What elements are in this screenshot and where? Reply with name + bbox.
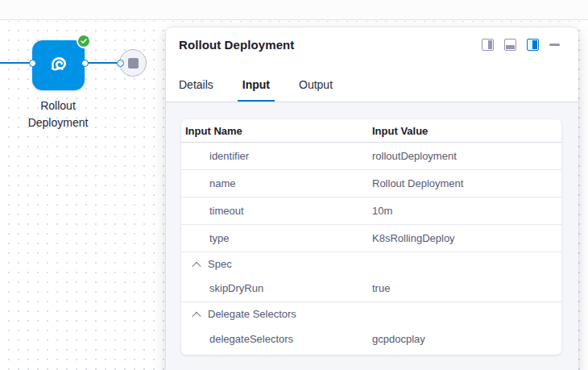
input-table-card: Input Name Input Value identifier rollou… [181,119,561,355]
section-label: Spec [208,258,232,270]
input-name-cell: delegateSelectors [209,333,372,345]
table-rows: identifier rolloutDeployment name Rollou… [181,143,561,352]
tab-input[interactable]: Input [238,78,275,102]
table-row: timeout 10m [181,197,561,225]
minimize-icon[interactable] [549,44,560,46]
table-header-row: Input Name Input Value [181,119,561,143]
input-name-cell: skipDryRun [209,282,372,294]
table-row: type K8sRollingDeploy [181,225,561,252]
input-name-cell: name [209,177,372,189]
node-port-right[interactable] [81,60,89,67]
step-details-panel: Rollout Deployment Details Input Output … [166,27,578,370]
dock-right-active-icon[interactable] [527,39,539,51]
dock-bottom-icon[interactable] [504,39,516,51]
input-name-cell: timeout [209,205,372,217]
step-node-rollout-deployment[interactable] [32,40,85,90]
panel-title: Rollout Deployment [179,38,294,52]
table-row: name Rollout Deployment [181,170,561,197]
panel-tabs: Details Input Output [174,76,337,102]
rolling-deploy-icon [48,53,69,77]
input-value-cell: rolloutDeployment [372,150,457,162]
input-value-cell: Rollout Deployment [372,177,463,189]
input-name-cell: identifier [209,150,372,162]
tab-details[interactable]: Details [174,78,218,102]
table-row: identifier rolloutDeployment [181,143,561,170]
panel-body: Input Name Input Value identifier rollou… [166,102,578,370]
input-value-cell: gcpdocplay [372,333,425,345]
section-row[interactable]: Delegate Selectors [181,302,561,325]
section-row[interactable]: Spec [181,252,561,275]
step-node-label: Rollout Deployment [14,98,102,131]
node-port-left[interactable] [29,60,36,67]
chevron-up-icon[interactable] [192,261,201,270]
column-header-input-name: Input Name [185,125,372,137]
table-row: skipDryRun true [181,275,561,302]
input-value-cell: true [372,282,390,294]
input-value-cell: K8sRollingDeploy [372,232,455,244]
panel-controls [482,39,560,51]
canvas-header-strip [0,0,588,20]
stop-square-icon [128,58,139,69]
section-label: Delegate Selectors [208,308,296,320]
input-name-cell: type [209,232,372,244]
end-node-port[interactable] [117,60,124,67]
dock-right-icon[interactable] [482,39,494,51]
connector-line-incoming [0,62,32,64]
chevron-up-icon[interactable] [192,311,201,320]
connector-line-outgoing [85,62,121,64]
table-row: delegateSelectors gcpdocplay [181,325,561,352]
success-check-icon [77,34,91,48]
tab-output[interactable]: Output [294,78,337,102]
column-header-input-value: Input Value [372,125,428,137]
input-value-cell: 10m [372,205,392,217]
